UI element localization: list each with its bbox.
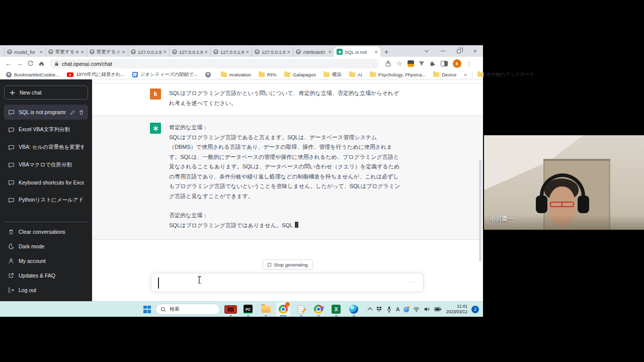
taskbar-clock[interactable]: 11:41 2023/03/12 [446,304,467,315]
tab-close-icon[interactable]: × [246,49,249,55]
bookmark-folder[interactable]: Device [433,72,456,77]
chat-input[interactable]: ··· [151,273,424,292]
globe-favicon-icon [213,49,218,54]
windows-taskbar: 検索 PC X A 11:41 2023/03/12 2 [0,301,483,317]
forward-icon[interactable]: → [16,60,23,67]
bookmark-item[interactable] [205,72,213,77]
tab-label: 127.0.0.1:8 [179,49,203,55]
tab-close-icon[interactable]: × [164,49,167,55]
other-bookmarks-folder[interactable]: その他のブックマーク [477,71,535,78]
taskbar-app-edge[interactable] [347,302,361,316]
battery-icon[interactable] [434,307,442,312]
close-button[interactable]: × [467,45,483,57]
tab-label: SQL is not [345,49,373,55]
minimize-button[interactable] [435,45,451,57]
webcam-overlay: 小川慶一 [484,135,644,230]
updates-faq-button[interactable]: Updates & FAQ [4,268,88,283]
sidebar-chat-item[interactable]: Pythonリストにメールアドレスを追 [4,193,88,208]
taskbar-app-chrome-shortcut[interactable] [311,302,326,316]
tray-overflow-chevron-icon[interactable] [368,308,373,313]
external-link-icon [8,273,14,279]
restore-button[interactable] [451,45,467,57]
sidebar-chat-item-active[interactable]: SQL is not programmin [4,105,88,120]
tab-close-icon[interactable]: × [329,49,332,55]
folder-icon [433,72,439,77]
tab-close-icon[interactable]: × [205,49,208,55]
folder-icon [221,72,227,77]
side-panel-icon[interactable] [441,61,448,66]
browser-tab[interactable]: 変更する c × [87,47,128,57]
extension-v-icon[interactable] [419,61,424,66]
new-chat-label: New chat [20,89,42,96]
wifi-icon[interactable] [413,307,420,312]
ime-indicator[interactable]: A [396,306,399,312]
notification-count-badge[interactable]: 2 [471,306,479,313]
new-tab-button[interactable]: + [380,47,392,57]
sidebar-chat-item[interactable]: Excel VBA文字列分割 [4,122,88,137]
edit-pencil-icon[interactable] [70,110,75,115]
taskbar-app-excel[interactable]: X [329,302,343,316]
clear-conversations-button[interactable]: Clear conversations [4,224,88,239]
browser-tab-active[interactable]: SQL is not × [334,47,380,57]
tab-close-icon[interactable]: × [122,49,125,55]
sidebar-chat-item[interactable]: VBA: セルの背景色を変更する [4,140,88,155]
stop-generating-button[interactable]: Stop generating [262,259,312,269]
browser-menu-icon[interactable]: ⋮ [466,60,472,67]
bookmark-item[interactable]: 1970年代に録音され... [67,71,124,78]
bookmark-star-icon[interactable]: ☆ [396,60,403,67]
scrollbar-thumb[interactable] [479,160,481,261]
folder-icon [324,72,330,77]
browser-tab[interactable]: 変更する e × [45,47,87,57]
reload-icon[interactable] [27,60,34,67]
microphone-icon[interactable] [386,306,392,313]
browser-tab[interactable]: 127.0.0.1:8 × [210,47,252,57]
delete-trash-icon[interactable] [78,110,84,115]
bookmark-folder[interactable]: Psychology, Physica... [370,72,426,77]
bookmark-folder[interactable]: 横浜 [324,71,342,78]
moon-icon [8,243,14,249]
extension-icon[interactable] [408,60,414,67]
bookmark-folder[interactable]: Galapagos [284,72,316,77]
sidebar-chat-item[interactable]: Keyboard shortcuts for Excel. [4,175,88,190]
taskbar-search[interactable]: 検索 [155,304,220,315]
globe-favicon-icon [172,49,177,54]
share-icon[interactable] [385,60,391,67]
browser-tab[interactable]: 127.0.0.1:8 × [252,47,293,57]
url-field[interactable]: chat.openai.com/chat [49,59,379,68]
tab-close-icon[interactable]: × [40,49,43,55]
bookmark-item[interactable]: BookmarkletCookie... [6,72,59,77]
taskbar-app-video-recorder[interactable] [223,302,237,316]
sidebar-chat-item[interactable]: VBAマクロで住所分割 [4,157,88,172]
bookmarks-overflow-chevron[interactable]: » [464,72,466,77]
volume-icon[interactable] [424,306,430,312]
new-chat-button[interactable]: New chat [4,85,88,100]
taskbar-app-pycharm[interactable]: PC [241,302,255,316]
dropbox-icon[interactable] [376,306,382,312]
tab-close-icon[interactable]: × [375,49,378,55]
chrome-tray-icon[interactable] [404,307,409,312]
dark-mode-button[interactable]: Dark mode [4,239,88,253]
taskbar-app-file-explorer[interactable] [259,302,273,316]
profile-avatar[interactable]: k [453,59,461,68]
bookmark-item[interactable]: ジオシティーズの閉鎖で... [132,71,198,78]
my-account-button[interactable]: My account [4,253,88,268]
taskbar-app-notepad[interactable] [294,302,308,316]
log-out-button[interactable]: Log out [4,283,88,297]
extensions-puzzle-icon[interactable] [429,60,436,67]
back-icon[interactable]: ← [5,60,12,67]
taskbar-app-chrome-active[interactable] [276,302,290,316]
tab-close-icon[interactable]: × [81,49,84,55]
browser-tab[interactable]: AttributeEr × [293,47,334,57]
home-icon[interactable] [38,60,45,67]
bookmark-folder[interactable]: motivation [221,72,251,77]
folder-icon [349,72,355,77]
browser-tab[interactable]: 127.0.0.1:8 × [169,47,210,57]
tab-close-icon[interactable]: × [287,49,290,55]
browser-tab[interactable]: model_for × [4,47,45,57]
bookmark-folder[interactable]: AI [349,72,362,77]
browser-tab[interactable]: 127.0.0.1:8 × [128,47,169,57]
bookmark-folder[interactable]: RPA [259,72,277,77]
tab-search-icon[interactable] [419,45,435,57]
footer-label: Updates & FAQ [19,273,55,279]
start-button[interactable] [143,306,151,313]
